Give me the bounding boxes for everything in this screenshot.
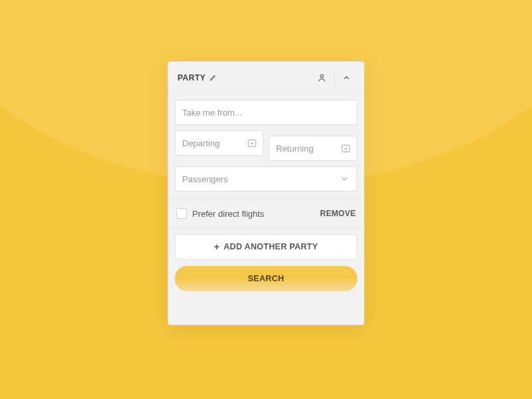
passengers-label: Passengers: [182, 174, 339, 184]
add-party-button[interactable]: + ADD ANOTHER PARTY: [175, 234, 357, 259]
returning-label: Returning: [276, 144, 340, 154]
from-placeholder: Take me from...: [182, 108, 350, 118]
fields-section: Take me from... Departing Returning: [168, 93, 364, 200]
collapse-icon[interactable]: [337, 70, 356, 86]
direct-flights-label: Prefer direct flights: [192, 209, 264, 219]
returning-input[interactable]: Returning: [269, 136, 357, 161]
chevron-down-icon: [339, 174, 350, 184]
remove-button[interactable]: REMOVE: [320, 209, 356, 218]
app-background: PARTY Take me from..: [0, 0, 532, 399]
passengers-select[interactable]: Passengers: [175, 166, 357, 192]
calendar-add-icon: [247, 138, 257, 148]
departing-label: Departing: [182, 138, 247, 148]
search-button[interactable]: SEARCH: [175, 266, 357, 291]
search-label: SEARCH: [248, 274, 285, 283]
search-card: PARTY Take me from..: [168, 61, 364, 325]
plus-icon: +: [214, 241, 219, 252]
direct-flights-checkbox[interactable]: [176, 208, 187, 219]
header-divider: [334, 70, 334, 85]
calendar-add-icon: [340, 143, 351, 154]
card-header: PARTY: [168, 62, 364, 93]
add-party-label: ADD ANOTHER PARTY: [223, 242, 318, 251]
edit-icon[interactable]: [209, 74, 216, 81]
from-input[interactable]: Take me from...: [175, 100, 357, 125]
svg-point-0: [321, 74, 323, 77]
options-row: Prefer direct flights REMOVE: [168, 200, 364, 227]
party-title: PARTY: [178, 73, 205, 82]
departing-input[interactable]: Departing: [175, 130, 263, 156]
person-icon[interactable]: [313, 70, 331, 86]
